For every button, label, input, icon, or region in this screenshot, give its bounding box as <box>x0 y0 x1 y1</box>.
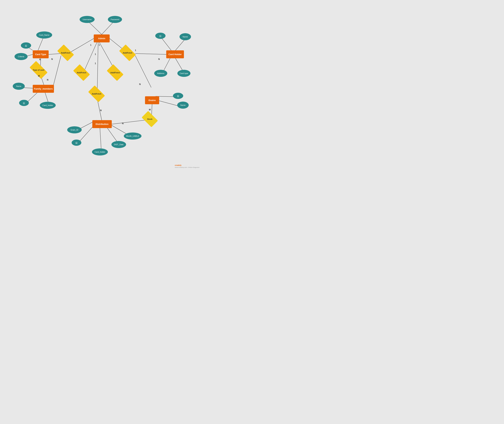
attr-password: Password <box>108 16 122 23</box>
rel-addfetch2: Add/Fetch <box>120 48 135 57</box>
attr-ch-cardtype: Card type <box>177 70 191 77</box>
attr-grains-id: ID <box>173 93 183 99</box>
label-N-addfetch1-left: N <box>51 58 53 60</box>
label-M-typeofcard: M <box>38 75 40 77</box>
rel-addfetch4: Add/Fetch <box>108 68 122 77</box>
label-N-cardtype: N <box>39 58 41 61</box>
entity-distribution[interactable]: Distribution <box>92 120 112 128</box>
label-1-admin-left: 1 <box>90 44 91 46</box>
label-N-stock: N <box>122 122 124 125</box>
attr-ch-id: ID <box>155 33 166 39</box>
attr-ch-name: Name <box>179 33 191 40</box>
label-1-admin-mid1: 1 <box>95 53 96 56</box>
svg-line-8 <box>97 42 98 90</box>
connections-svg <box>0 0 202 170</box>
label-N-dist: N <box>100 109 102 112</box>
attr-fm-id: ID <box>19 100 29 106</box>
rel-type-of-card: Type of card <box>30 65 47 75</box>
svg-line-18 <box>53 56 61 87</box>
svg-line-31 <box>100 128 101 148</box>
attr-fm-cardholder: Card_holder <box>40 102 56 109</box>
rel-addfetch5: Add/Fetch <box>89 89 104 98</box>
label-1-admin-mid2: 1 <box>95 62 96 65</box>
attr-ch-address: Address <box>154 70 167 77</box>
entity-admin[interactable]: Admin <box>94 34 110 42</box>
diagram-container: Admin Card Type Family_members Distribut… <box>0 0 202 170</box>
attr-dist-cardholder: Card_holder <box>92 148 108 156</box>
attr-dist-grainid: Grain_ID <box>67 126 82 133</box>
rel-addfetch3: Add/Fetch <box>74 68 89 77</box>
svg-line-17 <box>45 93 48 102</box>
label-N-fm: N <box>47 79 48 81</box>
entity-card-type[interactable]: Card Type <box>33 50 49 58</box>
attr-card-name: Card_Name <box>36 31 52 38</box>
svg-line-5 <box>135 54 167 54</box>
rel-addfetch1: Add/Fetch <box>58 48 73 57</box>
attr-username: Username <box>80 16 95 23</box>
rel-stock: Stock <box>143 114 157 124</box>
label-N-grains: N <box>139 83 141 86</box>
entity-family-members[interactable]: Family_members <box>33 85 54 93</box>
label-N-cardholder: N <box>158 58 160 60</box>
attr-dist-id: ID <box>72 140 81 146</box>
label-1-admin-right: 1 <box>99 44 100 46</box>
label-1-addfetch2-right: 1 <box>135 49 136 52</box>
attr-dist-month: Month_UABLE <box>124 132 141 140</box>
watermark: creately www.creately.com • Online Diagr… <box>175 164 199 168</box>
attr-ct-id: ID <box>21 42 31 49</box>
attr-grains-name: Name <box>177 102 189 109</box>
entity-card-holder[interactable]: Card Holder <box>166 50 184 58</box>
attr-dist-date: DIST_Date <box>111 141 126 148</box>
svg-line-23 <box>135 56 151 87</box>
attr-name-fm: Name <box>13 83 25 90</box>
svg-line-28 <box>111 120 145 124</box>
label-M-grains-stock: M <box>149 108 151 111</box>
entity-grains[interactable]: Grains <box>145 96 159 104</box>
svg-line-19 <box>161 38 171 50</box>
attr-ct-criteria: Criteria <box>14 53 28 60</box>
svg-line-27 <box>152 104 152 116</box>
